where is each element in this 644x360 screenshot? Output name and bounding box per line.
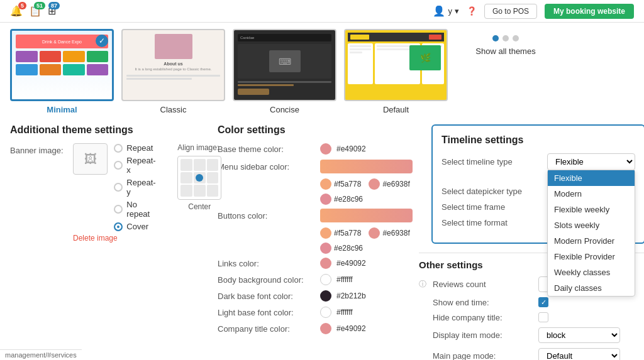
radio-no-repeat[interactable]: No repeat [114, 200, 158, 219]
main-page-select[interactable]: Default [538, 348, 620, 360]
color-value-body-bg: #ffffff [336, 275, 353, 284]
theme-thumbnail-default[interactable]: 🌿 [344, 29, 448, 101]
image-icon: 🖼 [84, 152, 97, 166]
color-row-links: Links color: #e49092 [218, 258, 413, 269]
dd-item-modern[interactable]: Modern [548, 186, 635, 202]
right-panel: Timeline settings Select timeline type F… [419, 124, 644, 360]
show-end-checkbox[interactable]: ✓ [538, 297, 548, 307]
tl-type-dropdown-container: Flexible Flexible Modern Flexible weekly… [547, 153, 635, 170]
radio-label-repeat-y: Repeat-y [126, 178, 158, 197]
color-label-body-bg: Body background color: [218, 275, 315, 285]
grid-icon[interactable]: ⊞ 87 [48, 5, 56, 17]
additional-settings-title: Additional theme settings [10, 124, 199, 136]
color-row-base: Base theme color: #e49092 [218, 143, 413, 155]
color-value-btn2: #e6938f [382, 229, 409, 237]
color-swatch-btn1[interactable] [320, 227, 331, 239]
color-bar-menu[interactable] [320, 160, 413, 173]
calendar-badge: 51 [34, 2, 45, 9]
timeline-settings-title: Timeline settings [441, 134, 635, 146]
color-label-company-title: Company title color: [218, 324, 315, 334]
radio-label-cover: Cover [126, 222, 148, 231]
delete-image-link[interactable]: Delete image [73, 234, 158, 243]
theme-check-minimal: ✓ [96, 35, 108, 47]
chevron-down-icon: ▾ [455, 6, 459, 16]
header: 🔔 5 📋 51 ⊞ 87 👤 y ▾ ❓ Go to POS My booki… [0, 0, 644, 23]
display-mode-select[interactable]: block [538, 327, 620, 343]
theme-item-default[interactable]: 🌿 Default [344, 29, 448, 114]
color-swatch-light-font[interactable] [320, 307, 331, 318]
radio-cover[interactable]: Cover [114, 222, 158, 231]
dd-item-weekly-classes[interactable]: Weekly classes [548, 265, 635, 280]
tl-datepicker-label: Select datepicker type [441, 187, 542, 196]
tl-type-select[interactable]: Flexible [547, 153, 635, 170]
color-bar-buttons[interactable] [320, 209, 413, 222]
theme-label-default: Default [383, 105, 409, 114]
color-swatch-base[interactable] [320, 143, 331, 155]
help-icon[interactable]: ❓ [467, 6, 477, 16]
color-swatch-links[interactable] [320, 258, 331, 269]
reviews-label: Reviews count [433, 280, 533, 289]
tl-type-label: Select timeline type [441, 157, 542, 166]
color-swatch-sub3[interactable] [320, 194, 331, 205]
align-cell [180, 172, 192, 184]
user-menu[interactable]: 👤 y ▾ [433, 5, 459, 17]
dots-row [492, 35, 519, 41]
color-value-btn3: #e28c96 [334, 244, 363, 253]
theme-item-concise[interactable]: Canidae ⌨ Concise [233, 29, 336, 114]
dd-item-flexible-provider[interactable]: Flexible Provider [548, 249, 635, 265]
theme-item-classic[interactable]: About us It is a long established page t… [121, 29, 225, 114]
main-page-label: Main page mode: [433, 351, 533, 360]
radio-label-repeat-x: Repeat-x [126, 156, 158, 175]
color-swatch-btn3[interactable] [320, 243, 331, 254]
color-swatch-sub1[interactable] [320, 178, 331, 190]
color-swatch-sub2[interactable] [369, 178, 380, 190]
theme-thumbnail-minimal[interactable]: ✓ Drink & Dance Expo [10, 29, 114, 101]
theme-label-minimal: Minimal [47, 105, 77, 114]
color-swatch-body-bg[interactable] [320, 274, 331, 285]
color-label-links: Links color: [218, 259, 315, 268]
color-settings-panel: Color settings Base theme color: #e49092… [199, 124, 413, 360]
additional-settings-panel: Additional theme settings Banner image: … [10, 124, 199, 360]
color-sub-row-2: #e28c96 [320, 194, 413, 205]
theme-label-concise: Concise [270, 105, 299, 114]
dd-item-modern-provider[interactable]: Modern Provider [548, 233, 635, 249]
hide-company-checkbox[interactable] [538, 312, 548, 322]
color-label-menu: Menu sidebar color: [218, 162, 315, 172]
color-row-dark-font: Dark base font color: #2b212b [218, 290, 413, 302]
banner-placeholder: 🖼 [73, 143, 108, 175]
radio-circle-no-repeat [114, 205, 123, 214]
radio-repeat-x[interactable]: Repeat-x [114, 156, 158, 175]
goto-pos-button[interactable]: Go to POS [484, 4, 537, 19]
radio-label-no-repeat: No repeat [126, 200, 158, 219]
dd-item-daily-classes[interactable]: Daily classes [548, 280, 635, 296]
tl-type-dropdown[interactable]: Flexible Modern Flexible weekly Slots we… [547, 170, 635, 297]
color-swatch-dark-font[interactable] [320, 290, 331, 302]
my-booking-button[interactable]: My booking website [545, 4, 634, 19]
calendar-icon[interactable]: 📋 51 [29, 5, 42, 17]
header-icons: 🔔 5 📋 51 ⊞ 87 [10, 5, 56, 17]
dd-item-slots-weekly[interactable]: Slots weekly [548, 217, 635, 233]
color-sub-row-3: #e28c96 [320, 243, 413, 254]
dd-item-flexible[interactable]: Flexible [548, 170, 635, 186]
tl-format-label: Select time format [441, 218, 542, 227]
color-swatch-btn2[interactable] [369, 227, 380, 239]
theme-thumbnail-concise[interactable]: Canidae ⌨ [233, 29, 336, 101]
color-value-sub2: #e6938f [382, 180, 409, 188]
radio-group: Repeat Repeat-x Repeat-y No repeat [114, 143, 158, 231]
radio-repeat-y[interactable]: Repeat-y [114, 178, 158, 197]
notification-icon[interactable]: 🔔 5 [10, 5, 23, 17]
radio-repeat[interactable]: Repeat [114, 143, 158, 153]
banner-setting-row: Banner image: 🖼 Repeat Repeat-x [10, 143, 199, 243]
color-row-menu: Menu sidebar color: [218, 160, 413, 173]
dot-1 [492, 35, 499, 41]
dd-item-flexible-weekly[interactable]: Flexible weekly [548, 202, 635, 217]
theme-thumbnail-classic[interactable]: About us It is a long established page t… [121, 29, 225, 101]
show-all-themes[interactable]: Show all themes [468, 35, 543, 56]
align-center-dot [196, 174, 203, 182]
color-sub-item: #f5a778 [320, 178, 361, 190]
timeline-settings-panel: Timeline settings Select timeline type F… [431, 124, 644, 244]
color-swatch-company-title[interactable] [320, 323, 331, 334]
theme-item-minimal[interactable]: ✓ Drink & Dance Expo [10, 29, 114, 114]
align-cell [194, 185, 206, 197]
color-value-dark-font: #2b212b [336, 292, 366, 300]
